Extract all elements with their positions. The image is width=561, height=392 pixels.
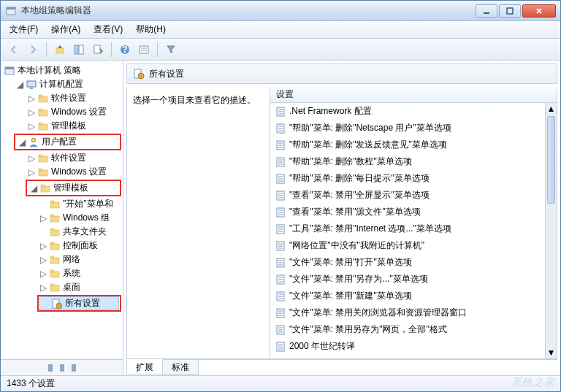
expand-icon[interactable]: ▷ — [39, 283, 47, 292]
svg-rect-3 — [507, 8, 513, 14]
maximize-button[interactable] — [499, 4, 521, 18]
expand-icon[interactable]: ▷ — [27, 94, 36, 103]
expand-icon[interactable]: ▷ — [39, 255, 47, 264]
tree-shared-folders[interactable]: 共享文件夹 — [37, 225, 121, 239]
svg-rect-29 — [41, 185, 45, 187]
scroll-down-icon[interactable]: ▼ — [546, 347, 557, 358]
policy-item-icon — [275, 207, 286, 218]
status-text: 1433 个设置 — [7, 377, 55, 390]
tree-network[interactable]: ▷网络 — [37, 253, 121, 266]
collapse-icon[interactable]: ◢ — [29, 184, 38, 193]
expand-icon[interactable]: ▷ — [27, 122, 36, 131]
list-item[interactable]: "帮助"菜单: 删除"Netscape 用户"菜单选项 — [270, 120, 545, 137]
scroll-thumb[interactable] — [547, 116, 555, 204]
svg-point-45 — [56, 303, 62, 309]
list-item[interactable]: "帮助"菜单: 删除"每日提示"菜单选项 — [270, 170, 545, 187]
tree-uc-windows[interactable]: ▷Windows 设置 — [26, 165, 121, 179]
policy-item-icon — [275, 173, 286, 185]
tree-cc-windows[interactable]: ▷Windows 设置 — [26, 105, 121, 119]
tree-control-panel[interactable]: ▷控制面板 — [37, 239, 121, 253]
toolbar-sep — [157, 42, 158, 57]
tree-label: 本地计算机 策略 — [18, 64, 81, 77]
svg-rect-27 — [39, 169, 42, 171]
list-item[interactable]: "网络位置"中没有"我附近的计算机" — [270, 237, 545, 254]
expand-icon[interactable]: ▷ — [27, 168, 36, 177]
expand-icon[interactable]: ▷ — [39, 214, 47, 223]
list-item[interactable]: "查看"菜单: 禁用"源文件"菜单选项 — [270, 204, 545, 220]
settings-list[interactable]: .Net Framework 配置"帮助"菜单: 删除"Netscape 用户"… — [270, 103, 545, 358]
folder-icon — [49, 212, 61, 224]
list-item[interactable]: 2000 年世纪转译 — [270, 338, 545, 355]
list-item[interactable]: "工具"菜单: 禁用"Internet 选项..."菜单选项 — [270, 220, 545, 237]
expand-icon[interactable]: ▷ — [27, 154, 36, 163]
tree-windows-comp[interactable]: ▷Windows 组 — [37, 211, 121, 225]
vertical-scrollbar[interactable]: ▲ ▼ — [545, 103, 557, 358]
tree-uc-software[interactable]: ▷软件设置 — [26, 151, 121, 165]
svg-rect-10 — [140, 46, 148, 53]
svg-rect-14 — [5, 67, 14, 69]
tree-label: 所有设置 — [65, 297, 100, 310]
titlebar[interactable]: 本地组策略编辑器 — [1, 1, 560, 21]
back-button[interactable] — [5, 41, 23, 58]
expand-icon[interactable]: ▷ — [39, 269, 47, 278]
svg-rect-16 — [30, 88, 33, 89]
folder-icon — [37, 166, 49, 178]
list-item[interactable]: "文件"菜单: 禁用另存为"网页，全部"格式 — [270, 321, 545, 338]
svg-rect-7 — [94, 45, 100, 53]
list-item-label: "文件"菜单: 禁用"新建"菜单选项 — [289, 290, 412, 302]
list-item[interactable]: .Net Framework 配置 — [270, 103, 545, 120]
scroll-up-icon[interactable]: ▲ — [546, 103, 557, 115]
policy-item-icon — [275, 156, 286, 168]
tree-desktop[interactable]: ▷桌面 — [37, 280, 121, 294]
tree-cc-admin[interactable]: ▷管理模板 — [26, 119, 121, 133]
help-button[interactable]: ? — [116, 41, 134, 58]
window-frame: 本地组策略编辑器 文件(F) 操作(A) 查看(V) 帮助(H) ? 本地计算机… — [0, 0, 561, 392]
expand-icon[interactable]: ▷ — [27, 108, 36, 117]
list-item[interactable]: "文件"菜单: 禁用"打开"菜单选项 — [270, 254, 545, 271]
tree-start-menu[interactable]: "开始"菜单和 — [37, 197, 121, 211]
collapse-icon[interactable]: ◢ — [15, 80, 24, 89]
tree-label: 网络 — [63, 253, 80, 266]
tree-cc-software[interactable]: ▷软件设置 — [26, 91, 121, 105]
close-button[interactable] — [522, 4, 556, 18]
tree-label: 计算机配置 — [39, 78, 83, 91]
statusbar: 1433 个设置 — [1, 375, 560, 391]
tree-root[interactable]: 本地计算机 策略 — [2, 64, 121, 77]
list-item[interactable]: "文件"菜单: 禁用"另存为..."菜单选项 — [270, 271, 545, 288]
properties-button[interactable] — [135, 41, 153, 58]
settings-list-icon — [133, 68, 145, 80]
export-button[interactable] — [89, 41, 107, 58]
menu-file[interactable]: 文件(F) — [4, 22, 44, 37]
forward-button[interactable] — [24, 41, 42, 58]
list-item[interactable]: "文件"菜单: 禁用"新建"菜单选项 — [270, 288, 545, 304]
svg-rect-18 — [39, 95, 42, 97]
tree-pane: 本地计算机 策略 ◢ 计算机配置 ▷软件设置 ▷Windows 设置 ▷管理模板 — [1, 61, 123, 375]
column-header-setting[interactable]: 设置 — [270, 87, 557, 103]
tree-computer-config[interactable]: ◢ 计算机配置 — [14, 77, 121, 91]
list-item[interactable]: "帮助"菜单: 删除"教程"菜单选项 — [270, 153, 545, 170]
list-item-label: "帮助"菜单: 删除"每日提示"菜单选项 — [289, 172, 430, 185]
expand-icon[interactable]: ▷ — [39, 242, 47, 250]
show-hide-tree-button[interactable] — [70, 41, 88, 58]
collapse-icon[interactable]: ◢ — [18, 138, 26, 147]
menu-help[interactable]: 帮助(H) — [130, 22, 172, 37]
menu-view[interactable]: 查看(V) — [88, 22, 129, 37]
folder-icon — [39, 182, 51, 194]
filter-button[interactable] — [162, 41, 180, 58]
tree-scroll[interactable]: 本地计算机 策略 ◢ 计算机配置 ▷软件设置 ▷Windows 设置 ▷管理模板 — [1, 61, 123, 359]
list-item[interactable]: "查看"菜单: 禁用"全屏显示"菜单选项 — [270, 187, 545, 204]
up-button[interactable] — [51, 41, 69, 58]
list-item[interactable]: "文件"菜单: 禁用关闭浏览器和资源管理器窗口 — [270, 304, 545, 321]
svg-rect-1 — [7, 7, 15, 9]
minimize-button[interactable] — [476, 4, 497, 18]
tree-uc-admin[interactable]: ◢管理模板 — [28, 181, 119, 195]
tree-all-settings[interactable]: 所有设置 — [39, 296, 119, 310]
tree-user-config[interactable]: ◢ 用户配置 — [16, 135, 119, 149]
tree-label: 控制面板 — [63, 239, 98, 252]
menu-action[interactable]: 操作(A) — [45, 22, 86, 37]
tree-system[interactable]: ▷系统 — [37, 266, 121, 280]
svg-rect-5 — [75, 45, 78, 54]
list-item[interactable]: "帮助"菜单: 删除"发送反馈意见"菜单选项 — [270, 137, 545, 153]
tab-standard[interactable]: 标准 — [162, 360, 199, 375]
tab-extended[interactable]: 扩展 — [126, 359, 163, 374]
